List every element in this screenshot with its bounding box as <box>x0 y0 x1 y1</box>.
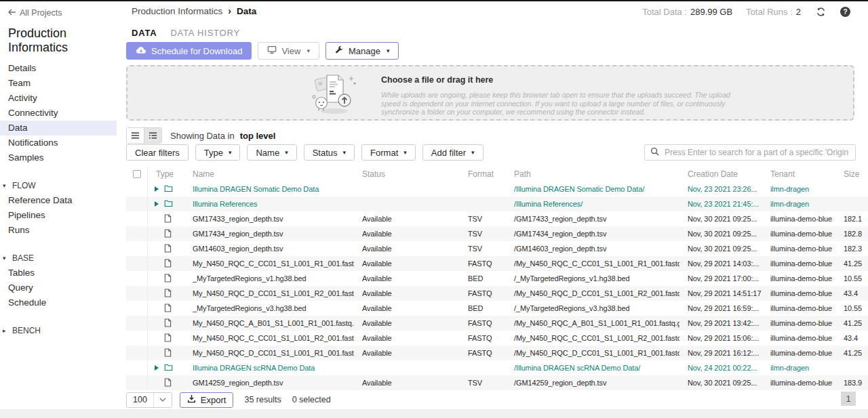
sidebar-item-runs[interactable]: Runs <box>0 223 117 238</box>
expand-caret-icon[interactable] <box>155 365 159 371</box>
view-dropdown-button[interactable]: View ▾ <box>258 42 319 60</box>
filter-add-filter-button[interactable]: Add filter▾ <box>422 144 484 161</box>
back-to-all-projects-link[interactable]: All Projects <box>8 8 126 18</box>
breadcrumb-current-page: Data <box>237 6 256 16</box>
row-size: 182.8 <box>835 230 868 238</box>
project-title: Production Informatics <box>8 26 118 55</box>
table-row[interactable]: Illumina DRAGEN Somatic Demo Data/Illumi… <box>126 182 868 196</box>
sidebar-item-notifications[interactable]: Notifications <box>0 135 117 150</box>
row-type-cell <box>148 348 184 358</box>
column-header-type[interactable]: Type <box>148 169 184 179</box>
filter-name-button[interactable]: Name▾ <box>247 144 296 161</box>
sidebar-section-header-bench[interactable]: ▸BENCH <box>0 323 126 338</box>
column-header-format[interactable]: Format <box>460 169 506 179</box>
row-type-cell <box>148 214 184 224</box>
row-type-cell <box>148 333 184 343</box>
row-name[interactable]: Illumina DRAGEN scRNA Demo Data <box>184 364 354 372</box>
row-checkbox-cell <box>126 211 148 226</box>
expand-caret-icon[interactable] <box>155 186 159 192</box>
sidebar-item-connectivity[interactable]: Connectivity <box>0 106 117 121</box>
page-number-button[interactable]: 1 <box>841 392 856 406</box>
table-row[interactable]: GM17433_region_depth.tsvAvailableTSV/GM1… <box>126 211 868 226</box>
column-header-tenant[interactable]: Tenant <box>762 169 835 179</box>
refresh-icon[interactable] <box>814 5 827 18</box>
filter-label: Name <box>256 148 279 158</box>
table-row[interactable]: My_N450_RQC_C_CC01_S1_L001_R1_001.fastq.… <box>126 256 868 271</box>
row-name[interactable]: Illumina DRAGEN Somatic Demo Data <box>184 185 354 193</box>
sidebar-item-schedule[interactable]: Schedule <box>0 295 117 310</box>
row-type-cell <box>148 289 184 299</box>
row-path: /Illumina DRAGEN scRNA Demo Data/ <box>506 364 679 372</box>
sidebar-item-team[interactable]: Team <box>0 76 117 91</box>
table-row[interactable]: My_N450_RQC_C_CC01_S1_L001_R2_001.fastq.… <box>126 331 868 346</box>
filter-label: Status <box>313 148 338 158</box>
table-row[interactable]: GM14603_region_depth.tsvAvailableTSV/GM1… <box>126 241 868 256</box>
search-input[interactable] <box>663 147 850 158</box>
select-all-checkbox[interactable] <box>133 170 141 178</box>
page-size-value: 100 <box>127 395 153 404</box>
row-path: /My_N450_RQC_D_CC01_S1_L001_R2_001.fastq… <box>506 289 679 297</box>
column-header-name[interactable]: Name <box>184 169 354 179</box>
table-row[interactable]: GM14259_region_depth.tsvAvailableTSV/GM1… <box>126 375 868 390</box>
sidebar-item-activity[interactable]: Activity <box>0 91 117 106</box>
row-path: /My_N450_RQC_A_B01_S1_L001_R1_001.fastq.… <box>506 319 679 327</box>
help-icon[interactable]: ? <box>840 7 850 17</box>
data-tabs: DATADATA HISTORY <box>132 26 240 40</box>
table-row[interactable]: My_N450_RQC_D_CC01_S1_L001_R2_001.fastq.… <box>126 286 868 301</box>
table-row[interactable]: _MyTargetedRegions_v1.hg38.bedAvailableB… <box>126 271 868 286</box>
table-row[interactable]: My_N450_RQC_D_CC01_S1_L001_R1_001.fastq.… <box>126 346 868 360</box>
table-row[interactable]: My_N450_RQC_A_B01_S1_L001_R1_001.fastq.g… <box>126 316 868 331</box>
sidebar-section-header-base[interactable]: ▾BASE <box>0 251 126 266</box>
column-header-size[interactable]: Size <box>835 169 868 179</box>
filter-status-button[interactable]: Status▾ <box>304 144 355 161</box>
column-header-status[interactable]: Status <box>354 169 460 179</box>
caret-right-icon: ▸ <box>3 327 9 334</box>
row-format: FASTQ <box>460 334 506 342</box>
table-row[interactable]: Illumina References/Illumina References/… <box>126 196 868 211</box>
export-button[interactable]: Export <box>180 392 234 408</box>
schedule-for-download-button[interactable]: Schedule for Download <box>126 42 252 60</box>
row-type-cell <box>148 318 184 329</box>
tab-data[interactable]: DATA <box>132 26 157 40</box>
row-tenant: illumina-demo-blue <box>762 334 835 342</box>
sidebar-item-tables[interactable]: Tables <box>0 266 117 280</box>
row-name: _MyTargetedRegions_v3.hg38.bed <box>184 304 354 312</box>
column-header-creation-date[interactable]: Creation Date <box>679 169 762 179</box>
expand-caret-icon[interactable] <box>155 201 159 207</box>
sidebar-item-data[interactable]: Data <box>0 121 117 135</box>
sidebar-section-label: BASE <box>12 253 34 263</box>
view-button-label: View <box>281 46 300 56</box>
row-checkbox-cell <box>126 316 148 331</box>
sidebar-section-header-flow[interactable]: ▾FLOW <box>0 178 126 193</box>
column-header-path[interactable]: Path <box>506 169 679 179</box>
manage-dropdown-button[interactable]: Manage ▾ <box>326 42 399 60</box>
sidebar-item-reference-data[interactable]: Reference Data <box>0 193 117 208</box>
sidebar-item-details[interactable]: Details <box>0 61 117 76</box>
showing-bar: Showing Data in top level <box>126 127 275 144</box>
table-row[interactable]: _MyTargetedRegions_v3.hg38.bedAvailableB… <box>126 301 868 316</box>
page-size-select[interactable]: 100 <box>126 392 172 408</box>
row-tenant: illumina-demo-blue <box>762 274 835 283</box>
tab-data-history[interactable]: DATA HISTORY <box>170 26 240 40</box>
filter-format-button[interactable]: Format▾ <box>361 144 416 161</box>
sidebar-item-pipelines[interactable]: Pipelines <box>0 208 117 223</box>
flat-list-icon[interactable] <box>127 128 144 143</box>
breadcrumb-project-link[interactable]: Production Informatics <box>132 6 222 16</box>
sidebar-item-query[interactable]: Query <box>0 280 117 295</box>
tree-list-icon[interactable] <box>144 128 161 143</box>
project-sidebar: All Projects Production Informatics Deta… <box>0 1 126 409</box>
sidebar-item-samples[interactable]: Samples <box>0 150 117 165</box>
search-icon <box>650 146 659 159</box>
row-name: GM17433_region_depth.tsv <box>184 215 354 223</box>
table-row[interactable]: Illumina DRAGEN scRNA Demo Data/Illumina… <box>126 360 868 375</box>
window-top-edge <box>0 0 868 1</box>
table-row[interactable]: GM17434_region_depth.tsvAvailableTSV/GM1… <box>126 226 868 241</box>
filter-type-button[interactable]: Type▾ <box>195 144 241 161</box>
total-data-stat: Total Data : 289.99 GB <box>642 7 732 17</box>
clear-filters-button[interactable]: Clear filters <box>126 144 189 161</box>
folder-icon <box>164 199 173 209</box>
file-upload-dropzone[interactable]: Choose a file or drag it here While uplo… <box>126 65 854 121</box>
row-name[interactable]: Illumina References <box>184 200 354 208</box>
file-icon <box>164 274 172 284</box>
caret-down-icon: ▾ <box>343 149 347 156</box>
